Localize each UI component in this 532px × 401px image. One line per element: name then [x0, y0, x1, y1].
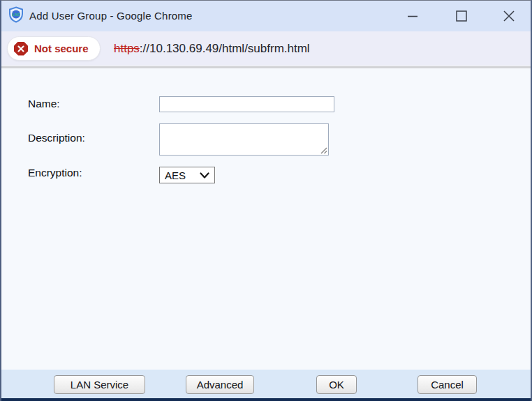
- svg-text:LAG: LAG: [12, 13, 20, 17]
- lan-service-button[interactable]: LAN Service: [54, 375, 145, 394]
- form-area: Name: Description: Encryption: AES: [1, 68, 531, 370]
- name-label: Name:: [28, 98, 60, 110]
- description-textarea[interactable]: [159, 123, 329, 156]
- minimize-icon: [406, 10, 419, 22]
- ok-button[interactable]: OK: [316, 375, 357, 394]
- popup-window: LAG Add User Group - Google Chrome: [0, 0, 532, 401]
- encryption-label: Encryption:: [28, 167, 82, 179]
- address-bar: Not secure https://10.130.69.49/html/sub…: [1, 31, 531, 66]
- description-label: Description:: [28, 132, 85, 144]
- chevron-down-icon: [200, 172, 209, 179]
- close-button[interactable]: [493, 1, 525, 31]
- advanced-button[interactable]: Advanced: [186, 375, 254, 394]
- window-bottom-border: [1, 398, 531, 401]
- footer: LAN Service Advanced OK Cancel: [1, 370, 531, 398]
- cancel-button[interactable]: Cancel: [418, 375, 477, 394]
- url-omnibox[interactable]: https://10.130.69.49/html/subfrm.html: [114, 31, 310, 66]
- description-textarea-wrap: [159, 123, 329, 156]
- name-input[interactable]: [159, 96, 334, 112]
- encryption-select-value: AES: [165, 169, 186, 181]
- maximize-icon: [455, 10, 468, 22]
- url-scheme-struck: https: [114, 42, 140, 56]
- url-rest: ://10.130.69.49/html/subfrm.html: [140, 42, 310, 56]
- shield-lag-icon: LAG: [8, 6, 24, 23]
- titlebar[interactable]: LAG Add User Group - Google Chrome: [1, 1, 531, 31]
- maximize-button[interactable]: [445, 1, 478, 31]
- security-badge[interactable]: Not secure: [7, 36, 101, 61]
- minimize-button[interactable]: [397, 1, 429, 31]
- security-badge-label: Not secure: [34, 43, 89, 54]
- not-secure-octagon-icon: [14, 42, 28, 56]
- window-title: Add User Group - Google Chrome: [29, 1, 193, 31]
- close-icon: [503, 10, 515, 22]
- encryption-select[interactable]: AES: [159, 167, 215, 183]
